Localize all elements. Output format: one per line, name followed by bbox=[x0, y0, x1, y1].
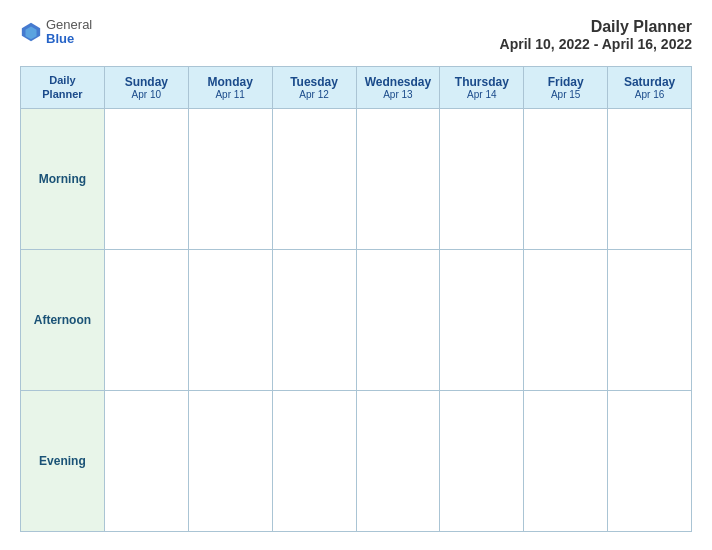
col-header-friday: Friday Apr 15 bbox=[524, 67, 608, 109]
logo-text: General Blue bbox=[46, 18, 92, 47]
cell-afternoon-thursday[interactable] bbox=[440, 249, 524, 390]
row-label-morning: Morning bbox=[21, 108, 105, 249]
planner-table: Daily Planner Sunday Apr 10 Monday Apr 1… bbox=[20, 66, 692, 532]
day-date-monday: Apr 11 bbox=[191, 89, 270, 100]
page-title: Daily Planner bbox=[500, 18, 692, 36]
day-date-tuesday: Apr 12 bbox=[275, 89, 354, 100]
col-header-wednesday: Wednesday Apr 13 bbox=[356, 67, 440, 109]
cell-evening-sunday[interactable] bbox=[104, 390, 188, 531]
day-date-saturday: Apr 16 bbox=[610, 89, 689, 100]
logo-blue: Blue bbox=[46, 32, 92, 46]
cell-afternoon-monday[interactable] bbox=[188, 249, 272, 390]
cell-morning-thursday[interactable] bbox=[440, 108, 524, 249]
cell-morning-wednesday[interactable] bbox=[356, 108, 440, 249]
day-date-friday: Apr 15 bbox=[526, 89, 605, 100]
cell-evening-wednesday[interactable] bbox=[356, 390, 440, 531]
day-date-sunday: Apr 10 bbox=[107, 89, 186, 100]
day-name-thursday: Thursday bbox=[442, 75, 521, 89]
cell-morning-monday[interactable] bbox=[188, 108, 272, 249]
cell-afternoon-tuesday[interactable] bbox=[272, 249, 356, 390]
table-row-afternoon: Afternoon bbox=[21, 249, 692, 390]
corner-line1: Daily bbox=[49, 74, 75, 86]
cell-afternoon-friday[interactable] bbox=[524, 249, 608, 390]
logo-general: General bbox=[46, 18, 92, 32]
cell-morning-tuesday[interactable] bbox=[272, 108, 356, 249]
cell-evening-monday[interactable] bbox=[188, 390, 272, 531]
day-date-thursday: Apr 14 bbox=[442, 89, 521, 100]
corner-line2: Planner bbox=[42, 88, 82, 100]
day-name-wednesday: Wednesday bbox=[359, 75, 438, 89]
cell-afternoon-wednesday[interactable] bbox=[356, 249, 440, 390]
cell-afternoon-saturday[interactable] bbox=[608, 249, 692, 390]
row-label-afternoon: Afternoon bbox=[21, 249, 105, 390]
day-name-saturday: Saturday bbox=[610, 75, 689, 89]
logo: General Blue bbox=[20, 18, 92, 47]
day-name-tuesday: Tuesday bbox=[275, 75, 354, 89]
cell-evening-saturday[interactable] bbox=[608, 390, 692, 531]
general-blue-icon bbox=[20, 21, 42, 43]
day-name-sunday: Sunday bbox=[107, 75, 186, 89]
col-header-saturday: Saturday Apr 16 bbox=[608, 67, 692, 109]
cell-evening-tuesday[interactable] bbox=[272, 390, 356, 531]
table-corner-header: Daily Planner bbox=[21, 67, 105, 109]
title-block: Daily Planner April 10, 2022 - April 16,… bbox=[500, 18, 692, 52]
table-row-morning: Morning bbox=[21, 108, 692, 249]
date-range: April 10, 2022 - April 16, 2022 bbox=[500, 36, 692, 52]
day-name-friday: Friday bbox=[526, 75, 605, 89]
table-header-row: Daily Planner Sunday Apr 10 Monday Apr 1… bbox=[21, 67, 692, 109]
cell-morning-saturday[interactable] bbox=[608, 108, 692, 249]
col-header-tuesday: Tuesday Apr 12 bbox=[272, 67, 356, 109]
table-row-evening: Evening bbox=[21, 390, 692, 531]
cell-afternoon-sunday[interactable] bbox=[104, 249, 188, 390]
day-name-monday: Monday bbox=[191, 75, 270, 89]
col-header-monday: Monday Apr 11 bbox=[188, 67, 272, 109]
col-header-sunday: Sunday Apr 10 bbox=[104, 67, 188, 109]
cell-evening-friday[interactable] bbox=[524, 390, 608, 531]
col-header-thursday: Thursday Apr 14 bbox=[440, 67, 524, 109]
cell-morning-friday[interactable] bbox=[524, 108, 608, 249]
cell-evening-thursday[interactable] bbox=[440, 390, 524, 531]
day-date-wednesday: Apr 13 bbox=[359, 89, 438, 100]
row-label-evening: Evening bbox=[21, 390, 105, 531]
cell-morning-sunday[interactable] bbox=[104, 108, 188, 249]
page-header: General Blue Daily Planner April 10, 202… bbox=[20, 18, 692, 52]
